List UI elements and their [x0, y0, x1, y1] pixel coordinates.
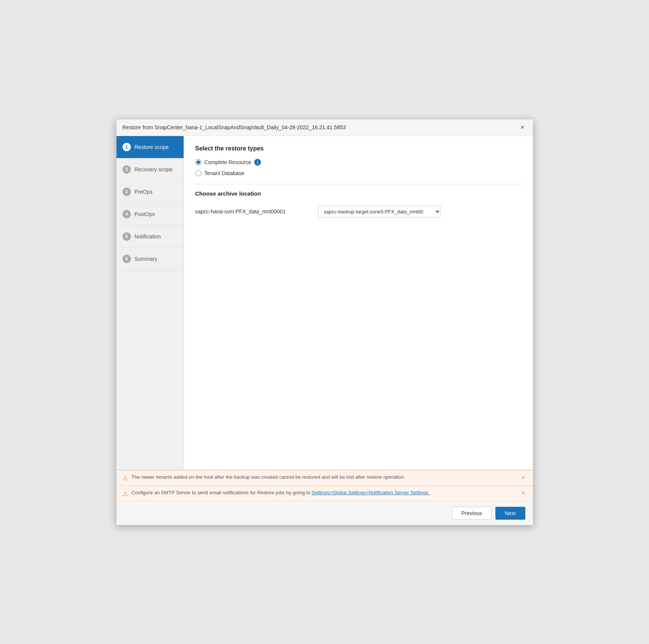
sidebar-label-3: PreOps — [135, 189, 152, 195]
sidebar-label-6: Summary — [135, 256, 157, 262]
sidebar-label-4: PostOps — [135, 211, 155, 217]
archive-location-select[interactable]: sapcc-backup-target-zone5:PFX_data_mnt00 — [318, 206, 441, 218]
step-num-6: 6 — [123, 255, 131, 263]
warning-text-1: The newer tenants added on the host afte… — [132, 474, 405, 480]
sidebar-label-5: Notification — [135, 233, 161, 240]
restore-dialog: Restore from SnapCenter_hana-1_LocalSnap… — [116, 119, 533, 525]
sidebar-item-recovery-scope[interactable]: 2 Recovery scope — [116, 158, 184, 181]
step-num-4: 4 — [123, 210, 131, 218]
archive-label: sapcc-hana-svm:PFX_data_mnt00001 — [195, 208, 309, 215]
main-content: Select the restore types Complete Resour… — [184, 136, 533, 470]
dialog-title: Restore from SnapCenter_hana-1_LocalSnap… — [123, 124, 346, 130]
step-num-1: 1 — [123, 143, 131, 151]
sidebar-item-postops[interactable]: 4 PostOps — [116, 203, 184, 226]
warning-text-2: Configure an SMTP Server to send email n… — [132, 490, 430, 495]
radio-tenant-database[interactable]: Tenant Database — [195, 170, 522, 176]
sidebar: 1 Restore scope 2 Recovery scope 3 PreOp… — [116, 136, 184, 470]
dialog-titlebar: Restore from SnapCenter_hana-1_LocalSnap… — [116, 119, 533, 136]
warning-close-1[interactable]: × — [520, 474, 526, 481]
archive-row: sapcc-hana-svm:PFX_data_mnt00001 sapcc-b… — [195, 203, 522, 221]
step-num-3: 3 — [123, 188, 131, 196]
sidebar-label-1: Restore scope — [135, 144, 169, 150]
warning-icon-2: ⚠ — [123, 490, 128, 497]
smtp-settings-link[interactable]: Settings>Global Settings>Notification Se… — [312, 490, 430, 495]
sidebar-item-restore-scope[interactable]: 1 Restore scope — [116, 136, 184, 158]
warning-close-2[interactable]: × — [520, 490, 526, 497]
warning-bar-1: ⚠ The newer tenants added on the host af… — [116, 470, 533, 486]
dialog-body: 1 Restore scope 2 Recovery scope 3 PreOp… — [116, 136, 533, 470]
radio-complete-resource[interactable]: Complete Resource i — [195, 159, 522, 166]
dialog-footer: ⚠ The newer tenants added on the host af… — [116, 470, 533, 525]
info-icon[interactable]: i — [254, 159, 261, 166]
button-bar: Previous Next — [116, 501, 533, 525]
step-num-5: 5 — [123, 232, 131, 241]
previous-button[interactable]: Previous — [452, 507, 491, 520]
step-num-2: 2 — [123, 165, 131, 174]
sidebar-item-summary[interactable]: 6 Summary — [116, 248, 184, 270]
section-title: Select the restore types — [195, 145, 522, 152]
radio-complete-input[interactable] — [195, 159, 201, 165]
next-button[interactable]: Next — [495, 507, 525, 520]
warning-icon-1: ⚠ — [123, 475, 128, 482]
warning-bar-2: ⚠ Configure an SMTP Server to send email… — [116, 486, 533, 501]
close-button[interactable]: × — [518, 123, 527, 132]
sidebar-item-notification[interactable]: 5 Notification — [116, 226, 184, 248]
radio-tenant-input[interactable] — [195, 170, 201, 176]
radio-tenant-label: Tenant Database — [204, 170, 245, 176]
divider — [195, 184, 522, 184]
sidebar-item-preops[interactable]: 3 PreOps — [116, 181, 184, 203]
restore-types: Complete Resource i Tenant Database — [195, 159, 522, 176]
archive-section-title: Choose archive location — [195, 190, 522, 197]
sidebar-label-2: Recovery scope — [135, 166, 173, 172]
radio-complete-label: Complete Resource — [204, 159, 251, 165]
